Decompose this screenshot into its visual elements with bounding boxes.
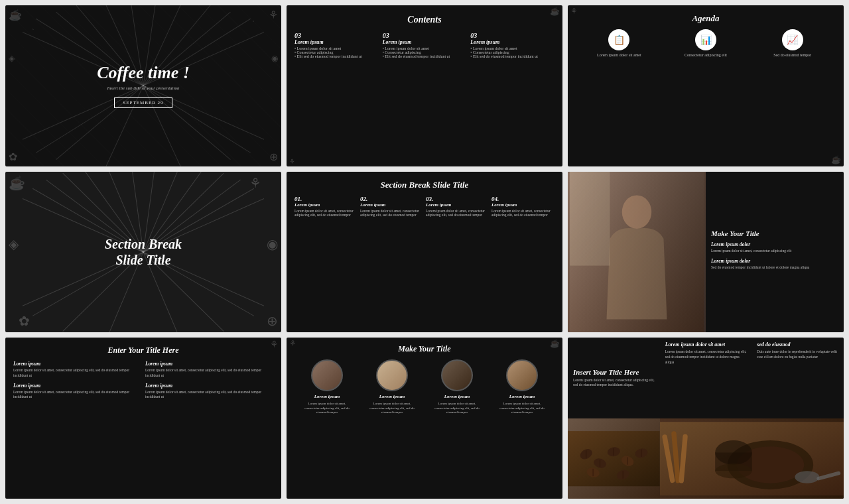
slide-2-col-2: 03 Lorem ipsum • Lorem ipsum dolor sit a… — [383, 32, 467, 58]
s9-title: Insert Your Title Here — [573, 368, 655, 376]
col-2-title: Lorem ipsum — [383, 39, 467, 45]
col-1-title: Lorem ipsum — [294, 39, 379, 45]
slide-2-cols: 03 Lorem ipsum • Lorem ipsum dolor sit a… — [294, 32, 555, 58]
agenda-label-1: Lorem ipsum dolor sit amet — [597, 53, 641, 58]
s7-entry-4: Lorem ipsum Lorem ipsum dolor sit amet, … — [145, 383, 273, 400]
slide-8-header: Make Your Title — [294, 344, 555, 354]
d8-tl: ⚘ — [289, 339, 296, 349]
slide-7-grid: Lorem ipsum Lorem ipsum dolor sit amet, … — [13, 361, 273, 400]
agenda-label-3: Sed do eiusmod tempor — [773, 53, 811, 58]
step-4: 04. Lorem ipsum Lorem ipsum dolor sit am… — [491, 196, 555, 217]
circle-text-1: Lorem ipsum dolor sit amet, consectetur … — [304, 402, 350, 415]
s7-e2-title: Lorem ipsum — [145, 361, 273, 367]
slide-2-col-1: 03 Lorem ipsum • Lorem ipsum dolor sit a… — [294, 32, 379, 58]
col-3-num: 03 — [470, 32, 555, 39]
col-2-text: • Lorem ipsum dolor sit amet• Consectetu… — [383, 46, 467, 58]
s7-e4-title: Lorem ipsum — [145, 383, 273, 389]
svg-point-66 — [795, 471, 819, 483]
s9-col3-title: sed do eiusmod — [757, 342, 838, 347]
slide-5: Section Break Slide Title 01. Lorem ipsu… — [287, 172, 562, 333]
step-1-num: 01. — [294, 196, 358, 202]
step-2: 02. Lorem ipsum Lorem ipsum dolor sit am… — [360, 196, 423, 217]
col-3-title: Lorem ipsum — [470, 39, 555, 45]
s9-main-title-cell: Insert Your Title Here Lorem ipsum dolor… — [568, 338, 660, 418]
slide-4: ☕ ⚘ ✿ ⊕ ◈ ◉ — [5, 172, 281, 333]
circle-photo-1 — [311, 359, 343, 391]
circle-label-3: Lorem ipsum — [444, 394, 470, 399]
slide-3-header: Agenda — [576, 13, 836, 24]
s7-e2-text: Lorem ipsum dolor sit amet, consectetur … — [145, 368, 273, 378]
step-4-text: Lorem ipsum dolor sit amet, consectetur … — [491, 209, 555, 217]
circle-text-3: Lorem ipsum dolor sit amet, consectetur … — [434, 402, 480, 415]
slide-6-header: Make Your Title — [711, 229, 838, 237]
step-4-title: Lorem ipsum — [491, 202, 555, 208]
s7-e3-text: Lorem ipsum dolor sit amet, consectetur … — [13, 390, 141, 400]
s7-e3-title: Lorem ipsum — [13, 383, 141, 389]
svg-point-43 — [622, 195, 651, 229]
circle-1: Lorem ipsum Lorem ipsum dolor sit amet, … — [304, 359, 350, 415]
circle-4: Lorem ipsum Lorem ipsum dolor sit amet, … — [499, 359, 545, 415]
step-2-text: Lorem ipsum dolor sit amet, consectetur … — [360, 209, 423, 217]
doodle-2-tr: ☕ — [550, 7, 560, 17]
slide-1-title: Coffee time ! — [97, 64, 190, 83]
agenda-icon-1: 📋 — [608, 29, 629, 50]
col-3-text: • Lorem ipsum dolor sit amet• Consectetu… — [470, 46, 555, 58]
doodle-3-br: ☕ — [831, 155, 841, 165]
slide-grid: ☕ ⚘ ✿ ⊕ ◈ ◉ — [0, 0, 849, 504]
step-3-num: 03. — [426, 196, 489, 202]
slide-7: ⚘ Enter Your Title Here Lorem ipsum Lore… — [5, 338, 281, 499]
circle-label-2: Lorem ipsum — [379, 394, 405, 399]
step-2-title: Lorem ipsum — [360, 202, 423, 208]
slide-6-entry-2: Lorem ipsum dolor Sed do eiusmod tempor … — [711, 258, 838, 271]
slide-6-photo — [568, 172, 706, 333]
entry-2-text: Sed do eiusmod tempor incididunt ut labo… — [711, 265, 838, 271]
steps-container: 01. Lorem ipsum Lorem ipsum dolor sit am… — [294, 196, 555, 217]
circle-photo-3 — [441, 359, 473, 391]
entry-1-title: Lorem ipsum dolor — [711, 241, 838, 247]
doodle-2-bl: ⚘ — [289, 158, 295, 165]
svg-point-70 — [715, 464, 751, 478]
slide-1-date: SEPTEMBER 29 — [114, 97, 172, 108]
s7-entry-3: Lorem ipsum Lorem ipsum dolor sit amet, … — [13, 383, 141, 400]
step-1: 01. Lorem ipsum Lorem ipsum dolor sit am… — [294, 196, 358, 217]
circle-text-4: Lorem ipsum dolor sit amet, consectetur … — [499, 402, 545, 415]
s9-main-title: Insert Your Title Here Lorem ipsum dolor… — [573, 368, 655, 388]
d7-tr: ⚘ — [270, 339, 279, 350]
slide-8: ☕ ⚘ Make Your Title Lorem ipsum Lorem ip… — [287, 338, 562, 499]
circle-photo-4 — [506, 359, 538, 391]
d8-tr: ☕ — [550, 339, 560, 349]
step-3-text: Lorem ipsum dolor sit amet, consectetur … — [426, 209, 489, 217]
circles-row: Lorem ipsum Lorem ipsum dolor sit amet, … — [294, 359, 555, 415]
slide-2-col-3: 03 Lorem ipsum • Lorem ipsum dolor sit a… — [470, 32, 555, 58]
step-2-num: 02. — [360, 196, 423, 202]
slide-2-header: Contents — [294, 15, 555, 25]
slide-5-header: Section Break Slide Title — [294, 180, 555, 190]
s7-e1-title: Lorem ipsum — [13, 361, 141, 367]
spices-svg — [660, 418, 844, 499]
step-3: 03. Lorem ipsum Lorem ipsum dolor sit am… — [426, 196, 489, 217]
s9-col3: sed do eiusmod Duis aute irure dolor in … — [751, 338, 844, 418]
svg-line-19 — [23, 86, 143, 139]
s9-photo-1 — [568, 418, 660, 499]
slide-4-title: Section BreakSlide Title — [105, 236, 182, 268]
step-4-num: 04. — [491, 196, 555, 202]
slide-2: ☕ ⚘ Contents 03 Lorem ipsum • Lorem ipsu… — [287, 5, 562, 166]
slide-1-subtitle: Insert the sub title of your presentatio… — [107, 86, 179, 91]
svg-rect-42 — [570, 172, 704, 333]
person-svg — [568, 172, 706, 333]
s9-col3-text: Duis aute irure dolor in reprehenderit i… — [757, 349, 838, 359]
s9-col2-text: Lorem ipsum dolor sit amet, consectetur … — [665, 349, 747, 365]
slide-1: ☕ ⚘ ✿ ⊕ ◈ ◉ — [5, 5, 281, 166]
s9-main-text: Lorem ipsum dolor sit amet, consectetur … — [573, 378, 655, 388]
slide-6-entry-1: Lorem ipsum dolor Lorem ipsum dolor sit … — [711, 241, 838, 254]
slide-9: Insert Your Title Here Lorem ipsum dolor… — [568, 338, 844, 499]
agenda-item-2: 📊 Consectetur adipiscing elit — [663, 29, 750, 58]
svg-line-18 — [36, 86, 143, 153]
agenda-label-2: Consectetur adipiscing elit — [685, 53, 727, 58]
slide-3: ⚘ ☕ Agenda 📋 Lorem ipsum dolor sit amet … — [568, 5, 844, 166]
agenda-icon-2: 📊 — [695, 29, 716, 50]
entry-2-title: Lorem ipsum dolor — [711, 258, 838, 264]
s7-entry-2: Lorem ipsum Lorem ipsum dolor sit amet, … — [145, 361, 273, 378]
s7-entry-1: Lorem ipsum Lorem ipsum dolor sit amet, … — [13, 361, 141, 378]
col-1-text: • Lorem ipsum dolor sit amet• Consectetu… — [294, 46, 379, 58]
